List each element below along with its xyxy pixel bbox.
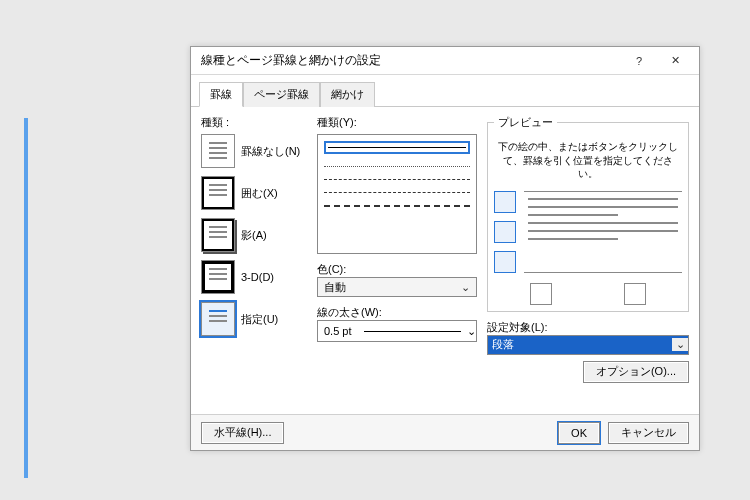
setting-none[interactable]: 罫線なし(N) <box>201 134 311 168</box>
color-label: 色(C): <box>317 262 477 277</box>
preview-bottom-border-button[interactable] <box>494 251 516 273</box>
titlebar: 線種とページ罫線と網かけの設定 ? ✕ <box>191 47 699 75</box>
cancel-button[interactable]: キャンセル <box>608 422 689 444</box>
setting-custom[interactable]: 指定(U) <box>201 302 311 336</box>
borders-shading-dialog: 線種とページ罫線と網かけの設定 ? ✕ 罫線 ページ罫線 網かけ 種類 : 罫線… <box>190 46 700 451</box>
setting-group-label: 種類 : <box>201 115 311 130</box>
setting-3d[interactable]: 3-D(D) <box>201 260 311 294</box>
ok-button[interactable]: OK <box>558 422 600 444</box>
help-button[interactable]: ? <box>621 51 657 71</box>
setting-custom-label: 指定(U) <box>241 312 278 327</box>
preview-legend: プレビュー <box>494 115 557 130</box>
setting-box-label: 囲む(X) <box>241 186 278 201</box>
setting-box[interactable]: 囲む(X) <box>201 176 311 210</box>
tab-borders[interactable]: 罫線 <box>199 82 243 107</box>
color-value: 自動 <box>324 280 346 295</box>
tab-shading[interactable]: 網かけ <box>320 82 375 107</box>
setting-3d-label: 3-D(D) <box>241 271 274 283</box>
preview-right-border-button[interactable] <box>624 283 646 305</box>
apply-to-combo[interactable]: 段落 ⌄ <box>487 335 689 355</box>
dialog-title: 線種とページ罫線と網かけの設定 <box>201 52 621 69</box>
setting-shadow[interactable]: 影(A) <box>201 218 311 252</box>
tab-strip: 罫線 ページ罫線 網かけ <box>191 75 699 107</box>
preview-hmiddle-border-button[interactable] <box>494 221 516 243</box>
preview-group: プレビュー 下の絵の中、またはボタンをクリックして、罫線を引く位置を指定してくだ… <box>487 115 689 312</box>
document-selection-strip <box>24 118 28 478</box>
close-button[interactable]: ✕ <box>657 51 693 71</box>
setting-shadow-label: 影(A) <box>241 228 267 243</box>
horizontal-line-button[interactable]: 水平線(H)... <box>201 422 284 444</box>
chevron-down-icon: ⌄ <box>467 325 476 338</box>
apply-to-value: 段落 <box>488 337 672 352</box>
chevron-down-icon: ⌄ <box>458 281 472 294</box>
preview-hint: 下の絵の中、またはボタンをクリックして、罫線を引く位置を指定してください。 <box>494 140 682 181</box>
dialog-footer: 水平線(H)... OK キャンセル <box>191 414 699 450</box>
width-value: 0.5 pt <box>318 325 358 337</box>
width-label: 線の太さ(W): <box>317 305 477 320</box>
apply-to-label: 設定対象(L): <box>487 320 689 335</box>
style-label: 種類(Y): <box>317 115 477 130</box>
preview-left-border-button[interactable] <box>530 283 552 305</box>
chevron-down-icon: ⌄ <box>672 338 688 351</box>
preview-top-border-button[interactable] <box>494 191 516 213</box>
line-style-list[interactable] <box>317 134 477 254</box>
color-combo[interactable]: 自動 ⌄ <box>317 277 477 297</box>
tab-page-border[interactable]: ページ罫線 <box>243 82 320 107</box>
setting-none-label: 罫線なし(N) <box>241 144 300 159</box>
preview-canvas[interactable] <box>524 191 682 273</box>
width-combo[interactable]: 0.5 pt ⌄ <box>317 320 477 342</box>
options-button[interactable]: オプション(O)... <box>583 361 689 383</box>
